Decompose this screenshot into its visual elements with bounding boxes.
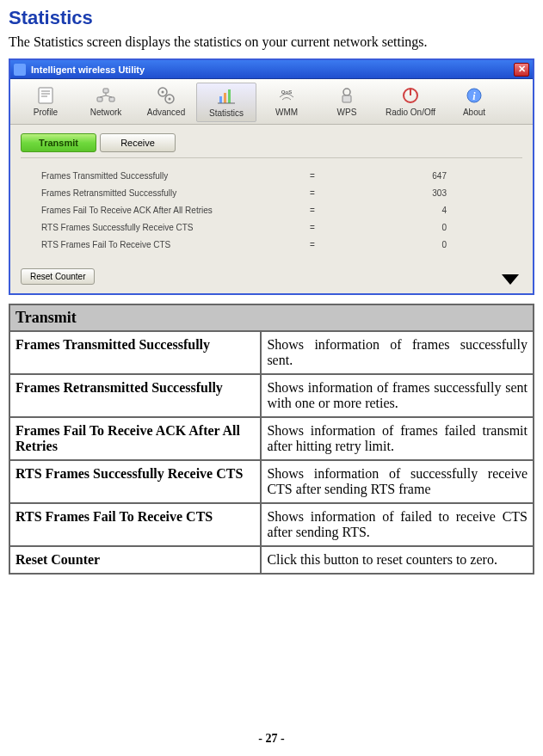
table-row: Frames Fail To Receive ACK After All Ret… [10,418,533,459]
stat-label: RTS Frames Fail To Receive CTS [41,240,299,249]
statistics-icon [197,85,256,108]
profile-icon [15,84,76,107]
toolbar-item-radio[interactable]: Radio On/Off [377,83,444,122]
tab-receive[interactable]: Receive [100,133,176,152]
row-name: Frames Fail To Receive ACK After All Ret… [10,418,260,459]
titlebar: Intelligent wireless Utility ✕ [10,60,533,79]
close-button[interactable]: ✕ [514,63,529,77]
table-row: Frames Transmitted Successfully Shows in… [10,332,533,373]
tab-transmit[interactable]: Transmit [21,133,96,152]
toolbar-item-advanced[interactable]: Advanced [136,83,196,122]
stat-label: Frames Transmitted Successfully [41,171,299,181]
stat-value: 4 [325,206,515,215]
stat-label: Frames Fail To Receive ACK After All Ret… [41,206,299,215]
equals-sign: = [299,206,325,215]
app-window: Intelligent wireless Utility ✕ Profile N… [9,58,534,295]
row-desc: Shows information of frames successfully… [262,332,533,373]
stat-value: 303 [325,188,515,198]
equals-sign: = [299,188,325,198]
svg-rect-6 [103,89,108,93]
divider [21,157,522,158]
row-desc: Click this button to reset counters to z… [262,547,533,573]
toolbar-label: WPS [317,108,377,117]
row-desc: Shows information of failed to receive C… [262,504,533,545]
toolbar-label: Radio On/Off [377,108,444,117]
intro-text: The Statistics screen displays the stati… [9,34,534,50]
toolbar-item-statistics[interactable]: Statistics [196,83,256,122]
stat-value: 0 [325,240,515,249]
svg-line-8 [100,95,106,97]
stat-row: RTS Frames Fail To Receive CTS = 0 [41,236,515,253]
wps-icon [317,84,377,107]
stat-value: 0 [325,223,515,232]
row-name: Frames Retransmitted Successfully [10,375,260,416]
svg-rect-20 [342,95,351,102]
table-row: Frames Retransmitted Successfully Shows … [10,375,533,416]
radio-icon [377,84,444,107]
network-icon [76,84,136,107]
svg-point-12 [162,91,164,94]
app-icon [14,64,26,76]
toolbar-label: Advanced [136,108,196,117]
stat-row: Frames Retransmitted Successfully = 303 [41,184,515,201]
row-desc: Shows information of frames successfully… [262,375,533,416]
row-name: Reset Counter [10,547,260,573]
toolbar-label: Statistics [197,108,256,118]
equals-sign: = [299,171,325,181]
table-row: Reset Counter Click this button to reset… [10,547,533,573]
table-header: Transmit [10,305,533,330]
row-name: RTS Frames Successfully Receive CTS [10,461,260,502]
toolbar: Profile Network Advanced Statistics QoS … [10,79,533,125]
svg-line-9 [106,95,112,97]
row-desc: Shows information of successfully receiv… [262,461,533,502]
close-icon: ✕ [518,65,526,74]
row-name: RTS Frames Fail To Receive CTS [10,504,260,545]
toolbar-item-profile[interactable]: Profile [15,83,76,122]
svg-point-13 [169,98,171,101]
svg-rect-16 [228,89,231,103]
toolbar-item-wmm[interactable]: QoS WMM [256,83,317,122]
toolbar-item-about[interactable]: i About [444,83,504,122]
svg-rect-0 [39,88,52,103]
stats-list: Frames Transmitted Successfully = 647 Fr… [10,163,533,253]
toolbar-item-wps[interactable]: WPS [317,83,377,122]
stat-label: RTS Frames Successfully Receive CTS [41,223,299,232]
toolbar-label: Network [76,108,136,117]
stat-label: Frames Retransmitted Successfully [41,188,299,198]
toolbar-label: About [444,108,504,117]
table-row: RTS Frames Successfully Receive CTS Show… [10,461,533,502]
description-table: Transmit Frames Transmitted Successfully… [9,304,534,575]
row-desc: Shows information of frames failed trans… [262,418,533,459]
stat-row: Frames Fail To Receive ACK After All Ret… [41,201,515,218]
equals-sign: = [299,223,325,232]
about-icon: i [444,84,504,107]
row-name: Frames Transmitted Successfully [10,332,260,373]
tabs-row: Transmit Receive [10,125,533,157]
stat-row: Frames Transmitted Successfully = 647 [41,167,515,184]
section-heading: Statistics [9,7,534,29]
page-number: - 27 - [0,732,543,746]
expand-down-icon[interactable] [502,274,519,285]
stat-row: RTS Frames Successfully Receive CTS = 0 [41,218,515,236]
toolbar-item-network[interactable]: Network [76,83,136,122]
stat-value: 647 [325,171,515,181]
window-title: Intelligent wireless Utility [31,65,145,75]
wmm-icon: QoS [256,84,317,107]
advanced-icon [136,84,196,107]
svg-rect-15 [224,93,226,103]
svg-rect-14 [219,96,222,103]
svg-point-19 [343,89,350,95]
reset-counter-button[interactable]: Reset Counter [21,268,95,285]
equals-sign: = [299,240,325,249]
svg-rect-4 [97,97,102,101]
table-row: RTS Frames Fail To Receive CTS Shows inf… [10,504,533,545]
toolbar-label: Profile [15,108,76,117]
toolbar-label: WMM [256,108,317,117]
svg-rect-5 [109,97,114,101]
